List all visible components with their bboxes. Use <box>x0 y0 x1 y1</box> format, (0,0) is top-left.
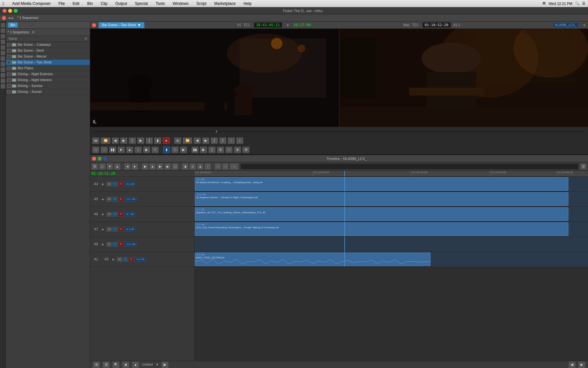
track-mute-button[interactable]: M <box>106 182 112 186</box>
link-button[interactable]: ▲ <box>126 147 133 153</box>
smart-tool-button[interactable]: □ <box>172 147 179 153</box>
bin-item[interactable]: Driving – Sunset <box>6 89 90 95</box>
track-arrow-button[interactable]: ▶ <box>102 197 106 201</box>
close-button[interactable] <box>3 9 7 13</box>
tl-toggle-tracks[interactable]: ☰ <box>91 163 98 170</box>
fast-reverse-button[interactable]: ⏪ <box>101 137 110 144</box>
goto-start-button[interactable]: ⏮ <box>92 137 99 144</box>
bin-item-checkbox[interactable] <box>7 61 10 64</box>
bin-item-checkbox[interactable] <box>7 79 10 82</box>
tool-button[interactable] <box>1 45 5 50</box>
menu-item-avid[interactable]: Avid Media Composer <box>11 1 52 7</box>
audio-clip[interactable]: -8.3 dBB003_C005_0127RK(G) <box>195 253 431 266</box>
track-arrow-button[interactable]: ▶ <box>102 242 106 246</box>
trim-button[interactable]: ▶ <box>143 147 150 153</box>
tool-button[interactable] <box>1 23 5 27</box>
tl-add-track[interactable]: □ <box>99 163 106 170</box>
mark-out-2-button[interactable]: ] <box>219 137 226 144</box>
tl-dropdown[interactable]: ▼ <box>106 163 113 170</box>
menu-item-clip[interactable]: Clip <box>99 1 109 7</box>
tool-button[interactable] <box>1 28 5 33</box>
step-back-button[interactable]: ◀ <box>112 137 119 144</box>
track-mute-button[interactable]: M <box>117 257 122 262</box>
match-frame-button[interactable]: ⇵ <box>217 147 224 153</box>
composer-close-button[interactable] <box>92 23 96 27</box>
tab-dropdown-icon[interactable]: ▼ <box>137 23 141 27</box>
menu-item-special[interactable]: Special <box>134 1 149 7</box>
track-record-button[interactable]: R <box>129 257 134 262</box>
tool-button[interactable] <box>1 62 5 66</box>
bin-item-checkbox[interactable] <box>7 90 10 94</box>
bin-item-checkbox[interactable] <box>7 67 10 70</box>
tool-button[interactable] <box>1 51 5 55</box>
play-2-button[interactable]: ▶ <box>202 137 209 144</box>
play-in-out-button[interactable]: ► <box>118 147 125 153</box>
track-arrow-button[interactable]: ▶ <box>112 257 116 261</box>
tool-button[interactable] <box>1 67 5 72</box>
lift-button[interactable]: ↑ <box>228 137 235 144</box>
bin-item[interactable]: Bar Scene – Two Shots <box>6 60 90 65</box>
audio-clip[interactable]: -8.7 dBAirplane_Jet 727_ Int_Landing_Voi… <box>195 207 568 221</box>
track-record-button[interactable]: R <box>118 197 123 202</box>
menu-item-bin[interactable]: Bin <box>86 1 94 7</box>
bin-item[interactable]: Blur Plates <box>6 65 90 71</box>
tl-mark-clip[interactable]: ▲ <box>197 163 204 170</box>
timeline-max-button[interactable] <box>103 157 107 161</box>
menu-item-file[interactable]: File <box>57 1 66 7</box>
status-zoom-icon[interactable]: 🔍 <box>112 361 120 368</box>
play-3-button[interactable]: ▶ <box>200 147 207 153</box>
tl-volume[interactable]: ♪ <box>230 163 239 170</box>
tool-button[interactable] <box>1 34 5 39</box>
expand-button[interactable]: ⊕ <box>234 147 241 153</box>
bin-item[interactable]: Bar Scene – Devil <box>6 48 90 54</box>
step-back-2-button[interactable]: ◀ <box>194 137 201 144</box>
record-button[interactable]: ● <box>163 137 170 144</box>
bin-item[interactable]: Driving – Night Exteriors <box>6 71 90 77</box>
track-record-button[interactable]: R <box>118 212 123 217</box>
minimize-button[interactable] <box>8 9 12 13</box>
maximize-button[interactable] <box>14 9 18 13</box>
track-arrow-button[interactable]: ▶ <box>102 227 106 231</box>
segment-mode-button[interactable]: ▮ <box>163 147 170 153</box>
status-nav-right[interactable]: ▶ <box>578 361 585 368</box>
stop-button[interactable]: ▮ <box>154 137 161 144</box>
menu-item-output[interactable]: Output <box>114 1 128 7</box>
bin-item[interactable]: Bar Scene – Cutaways <box>6 42 90 48</box>
timeline-close-button[interactable] <box>92 157 96 161</box>
scrubber-bar[interactable] <box>92 130 586 133</box>
tl-zoom-in[interactable]: ▶ <box>142 163 148 170</box>
tl-overwrite[interactable]: ▶ <box>164 163 171 170</box>
find-bin-button[interactable]: □ <box>225 147 233 153</box>
track-record-button[interactable]: R <box>118 242 123 247</box>
audio-clip[interactable]: -11.0 dB02 Airplane Interior – Steady In… <box>195 192 568 206</box>
tl-forward[interactable]: → <box>222 163 229 170</box>
tl-audio-tool[interactable]: ⚔ <box>189 163 196 170</box>
tool-button[interactable] <box>1 40 5 44</box>
bin-item-checkbox[interactable] <box>7 73 10 76</box>
tl-minus[interactable]: ▮ <box>182 163 188 170</box>
tl-extract[interactable]: ▢ <box>172 163 178 170</box>
tl-up2[interactable]: ↑ <box>204 163 211 170</box>
track-solo-button[interactable]: S <box>112 242 118 247</box>
track-solo-button[interactable]: S <box>112 212 118 217</box>
pause-2-button[interactable]: ▮▮ <box>191 147 199 153</box>
bin-item-checkbox[interactable] <box>7 84 10 88</box>
tl-settings[interactable]: ☰ <box>580 163 587 170</box>
sync-lock-button[interactable]: ▶ <box>180 147 187 153</box>
sequence-dropdown[interactable]: ▼ <box>155 363 159 366</box>
nla-dropdown[interactable]: ▼ <box>582 23 586 27</box>
tl-splice[interactable]: ▶ <box>157 163 163 170</box>
tl-back[interactable]: ← <box>215 163 221 170</box>
track-solo-button[interactable]: S <box>112 197 118 202</box>
pause-button[interactable]: ▮▮ <box>109 147 116 153</box>
mark-in-2-button[interactable]: [ <box>211 137 218 144</box>
bin-item-checkbox[interactable] <box>7 49 10 52</box>
bin-tab[interactable]: Bin <box>8 23 18 27</box>
track-mute-button[interactable]: M <box>106 227 112 232</box>
settings-button[interactable]: ⚙ <box>242 147 250 153</box>
status-play-icon[interactable]: ▶ <box>161 361 169 368</box>
track-solo-button[interactable]: S <box>112 182 118 186</box>
timeline-min-button[interactable] <box>98 157 102 161</box>
tl-trim-right[interactable]: ► <box>132 163 138 170</box>
bin-close-button[interactable] <box>2 16 6 20</box>
